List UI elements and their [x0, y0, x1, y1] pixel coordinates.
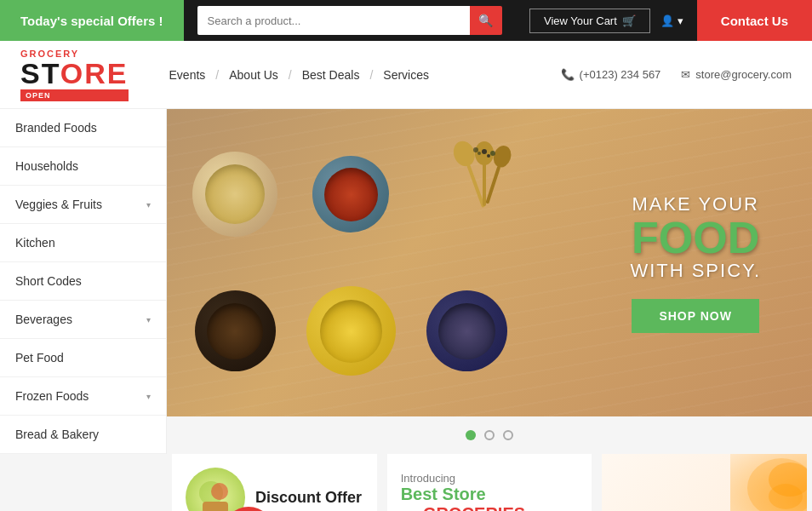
sidebar-item-short-codes[interactable]: Short Codes: [0, 262, 166, 301]
hero-carousel: MAKE YOUR FOOD WITH SPICY. SHOP NOW: [167, 109, 812, 416]
spoons-decoration: [433, 160, 501, 228]
chevron-down-icon: ▾: [146, 200, 151, 210]
hero-line2: FOOD: [630, 215, 761, 260]
svg-rect-13: [203, 502, 228, 511]
search-input[interactable]: [197, 6, 470, 35]
sidebar-item-veggies[interactable]: Veggies & Fruits ▾: [0, 186, 166, 224]
logo: GROCERY STORE OPEN: [20, 49, 129, 101]
svg-point-16: [769, 484, 803, 509]
sidebar-label: Frozen Foods: [15, 389, 89, 403]
svg-point-8: [482, 149, 487, 154]
svg-point-4: [490, 144, 513, 170]
discount-card: Discount Offer: [172, 454, 377, 511]
email-icon: ✉: [681, 68, 690, 81]
nav-sep-3: /: [369, 68, 373, 82]
hero-line1: MAKE YOUR: [630, 193, 761, 215]
phone-icon: 📞: [561, 68, 575, 81]
hero-bowls: [167, 109, 522, 416]
sidebar-label: Pet Food: [15, 351, 64, 365]
sidebar-label: Households: [15, 159, 78, 173]
search-button[interactable]: 🔍: [470, 6, 502, 35]
sidebar-label: Beverages: [15, 313, 72, 326]
bowl-yellow-spice: [306, 286, 396, 376]
offer-banner: Today's special Offers !: [0, 0, 184, 41]
header-contact: 📞 (+0123) 234 567 ✉ store@grocery.com: [561, 68, 792, 81]
sidebar-item-kitchen[interactable]: Kitchen: [0, 224, 166, 262]
discount-title: Discount Offer: [255, 489, 362, 507]
bowl-dark-spice: [195, 290, 276, 371]
chevron-down-icon: ▾: [146, 315, 151, 324]
svg-rect-5: [485, 166, 500, 204]
account-icon: 👤: [660, 14, 674, 27]
juice-svg: [705, 454, 807, 511]
sidebar-item-bread-bakery[interactable]: Bread & Bakery: [0, 416, 166, 454]
sidebar-label: Short Codes: [15, 274, 82, 288]
carousel-dot-1[interactable]: [466, 430, 476, 440]
top-bar: Today's special Offers ! 🔍 View Your Car…: [0, 0, 812, 41]
search-area: 🔍: [184, 6, 530, 35]
sidebar-label: Bread & Bakery: [15, 428, 99, 441]
account-button[interactable]: 👤 ▾: [660, 14, 683, 27]
header: GROCERY STORE OPEN Events / About Us / B…: [0, 41, 812, 109]
sidebar-item-branded-foods[interactable]: Branded Foods: [0, 109, 166, 147]
introducing-for: For: [401, 508, 420, 512]
hero-text: MAKE YOUR FOOD WITH SPICY. SHOP NOW: [630, 193, 812, 333]
logo-store: STORE: [20, 59, 129, 88]
hero-line3: WITH SPICY.: [630, 260, 761, 282]
introducing-for-row: For GROCERIES: [401, 504, 525, 512]
juice-card: [602, 454, 807, 511]
bowl-spice-red: [312, 156, 389, 233]
nav-about[interactable]: About Us: [222, 65, 285, 85]
svg-point-7: [477, 152, 481, 155]
svg-point-9: [487, 154, 490, 158]
sidebar-item-households[interactable]: Households: [0, 147, 166, 186]
sidebar-item-beverages[interactable]: Beverages ▾: [0, 301, 166, 339]
svg-point-0: [450, 138, 478, 169]
phone-info: 📞 (+0123) 234 567: [561, 68, 661, 81]
nav-sep-1: /: [215, 68, 219, 82]
sidebar-label: Kitchen: [15, 236, 55, 250]
introducing-card: Introducing Best Store For GROCERIES: [387, 454, 592, 511]
discount-image: [186, 468, 245, 511]
sidebar-item-frozen-foods[interactable]: Frozen Foods ▾: [0, 377, 166, 416]
introducing-groceries: GROCERIES: [423, 504, 525, 512]
shop-now-button[interactable]: SHOP NOW: [632, 299, 759, 333]
main-nav: Events / About Us / Best Deals / Service…: [163, 65, 561, 85]
contact-button[interactable]: Contact Us: [697, 0, 812, 41]
introducing-sub: Introducing: [401, 472, 455, 485]
bowl-dark-berries: [426, 290, 507, 371]
carousel-dot-3[interactable]: [503, 430, 513, 440]
email-address: store@grocery.com: [695, 68, 792, 81]
sidebar-label: Veggies & Fruits: [15, 198, 102, 211]
nav-services[interactable]: Services: [376, 65, 436, 85]
nav-sep-2: /: [289, 68, 292, 82]
chevron-down-icon: ▾: [146, 392, 151, 401]
sidebar-label: Branded Foods: [15, 121, 97, 135]
svg-point-6: [473, 147, 478, 152]
hero-section: MAKE YOUR FOOD WITH SPICY. SHOP NOW: [167, 109, 812, 454]
logo-open-badge: OPEN: [20, 89, 129, 101]
main-content: Branded Foods Households Veggies & Fruit…: [0, 109, 812, 454]
phone-number: (+0123) 234 567: [580, 68, 661, 81]
carousel-dot-2[interactable]: [484, 430, 495, 440]
svg-point-12: [211, 483, 228, 500]
nav-events[interactable]: Events: [163, 65, 213, 85]
bowl-sand: [192, 152, 277, 237]
carousel-dots: [167, 416, 812, 454]
logo-store-highlight: ORE: [60, 57, 129, 89]
email-info: ✉ store@grocery.com: [681, 68, 792, 81]
introducing-best: Best Store: [401, 485, 486, 504]
bottom-cards: Discount Offer Introducing Best Store Fo…: [0, 454, 812, 511]
discount-text: Discount Offer: [255, 489, 362, 507]
cart-button[interactable]: View Your Cart 🛒: [529, 9, 650, 33]
sidebar-item-pet-food[interactable]: Pet Food: [0, 339, 166, 377]
nav-deals[interactable]: Best Deals: [295, 65, 367, 85]
svg-rect-3: [483, 164, 486, 206]
svg-point-10: [490, 151, 495, 156]
svg-rect-1: [466, 163, 485, 208]
cart-icon: 🛒: [622, 14, 636, 27]
sidebar: Branded Foods Households Veggies & Fruit…: [0, 109, 167, 454]
